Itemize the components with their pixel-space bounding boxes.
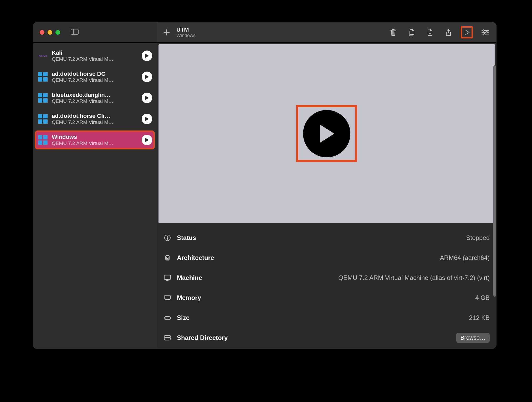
run-button[interactable] [461,26,473,38]
body: KaliOS Kali QEMU 7.2 ARM Virtual M… ad.d… [33,43,497,349]
play-icon[interactable] [142,72,152,82]
vm-name: ad.dotdot.horse DC [52,71,138,77]
svg-rect-8 [43,77,48,82]
preview-play-button[interactable] [303,110,350,157]
sidebar-item-windows[interactable]: Windows QEMU 7.2 ARM Virtual M… [35,130,155,149]
svg-rect-13 [38,114,42,118]
windows-icon [38,93,48,103]
vm-name: ad.dotdot.horse Cli… [52,113,138,119]
svg-rect-18 [43,135,48,139]
svg-rect-6 [43,72,48,76]
toggle-sidebar-button[interactable] [71,29,79,36]
play-icon[interactable] [142,135,152,145]
detail-label: Shared Directory [177,334,228,341]
clone-button[interactable] [406,26,418,38]
svg-rect-27 [164,316,171,320]
app-window: UTM Windows [33,22,497,349]
vm-name: bluetuxedo.danglin… [52,92,138,98]
detail-value: Stopped [466,234,490,242]
windows-icon [38,114,48,124]
svg-point-2 [483,30,484,31]
svg-rect-9 [38,93,42,97]
detail-row-size: Size 212 KB [164,308,490,328]
vm-sub: QEMU 7.2 ARM Virtual M… [52,77,138,83]
titlebar: UTM Windows [33,22,497,43]
svg-point-22 [167,236,168,237]
sidebar-item-bluetuxedo[interactable]: bluetuxedo.danglin… QEMU 7.2 ARM Virtual… [35,88,155,107]
close-window-button[interactable] [40,30,44,35]
svg-rect-12 [43,98,48,103]
titlebar-main: UTM Windows [157,22,497,42]
move-button[interactable] [424,26,436,38]
vm-name: Kali [52,49,138,56]
detail-label: Status [177,234,196,242]
svg-rect-16 [43,119,48,124]
svg-point-28 [166,318,166,319]
zoom-window-button[interactable] [55,30,60,35]
svg-point-4 [484,33,485,35]
drive-icon [164,315,171,320]
detail-row-memory: Memory 4 GB [164,288,490,308]
kali-icon: KaliOS [38,51,48,61]
sidebar: KaliOS Kali QEMU 7.2 ARM Virtual M… ad.d… [33,43,157,349]
play-icon[interactable] [142,93,152,103]
display-icon [164,275,171,281]
detail-value: 4 GB [475,294,490,302]
main-pane: Status Stopped Architecture ARM64 (aarch… [157,43,497,349]
svg-rect-11 [38,98,42,103]
title-block: UTM Windows [176,26,196,38]
vm-sub: QEMU 7.2 ARM Virtual M… [52,98,138,104]
svg-rect-0 [71,29,78,34]
new-vm-button[interactable] [161,26,173,38]
svg-rect-14 [43,114,48,118]
browse-button[interactable]: Browse… [456,333,490,343]
scrollbar[interactable] [493,65,496,297]
detail-value: QEMU 7.2 ARM Virtual Machine (alias of v… [338,274,490,282]
svg-rect-26 [164,296,171,299]
titlebar-left [33,22,157,42]
share-button[interactable] [442,26,454,38]
sidebar-item-kali[interactable]: KaliOS Kali QEMU 7.2 ARM Virtual M… [35,46,155,65]
sidebar-item-ad-dc[interactable]: ad.dotdot.horse DC QEMU 7.2 ARM Virtual … [35,67,155,86]
svg-rect-10 [43,93,48,97]
minimize-window-button[interactable] [48,30,52,35]
detail-row-machine: Machine QEMU 7.2 ARM Virtual Machine (al… [164,268,490,288]
folder-icon [164,335,171,341]
delete-button[interactable] [387,26,399,38]
svg-point-3 [486,32,488,33]
detail-value: 212 KB [469,314,490,321]
detail-row-architecture: Architecture ARM64 (aarch64) [164,248,490,268]
sidebar-item-ad-client[interactable]: ad.dotdot.horse Cli… QEMU 7.2 ARM Virtua… [35,109,155,128]
toolbar-actions [387,26,494,38]
vm-name: Windows [52,134,138,140]
play-icon[interactable] [142,51,152,61]
vm-preview [158,44,495,223]
detail-label: Size [177,314,190,321]
app-subtitle: Windows [176,33,196,38]
svg-rect-24 [167,257,168,259]
detail-label: Memory [177,294,201,302]
detail-label: Machine [177,274,202,282]
svg-rect-5 [38,72,42,76]
svg-rect-7 [38,77,42,82]
vm-details: Status Stopped Architecture ARM64 (aarch… [157,223,497,349]
svg-rect-20 [43,140,48,145]
svg-rect-23 [166,256,169,260]
detail-value: ARM64 (aarch64) [440,254,490,262]
detail-label: Architecture [177,254,214,262]
play-icon[interactable] [142,114,152,124]
info-icon [164,234,171,241]
settings-button[interactable] [479,26,491,38]
svg-rect-25 [164,275,171,279]
vm-sub: QEMU 7.2 ARM Virtual M… [52,119,138,125]
svg-rect-19 [38,140,42,145]
windows-icon [38,135,48,145]
svg-rect-17 [38,135,42,139]
window-controls [40,30,60,35]
detail-row-shared-directory: Shared Directory Browse… [164,328,490,348]
detail-row-status: Status Stopped [164,228,490,248]
vm-sub: QEMU 7.2 ARM Virtual M… [52,140,138,146]
memory-icon [164,295,171,300]
windows-icon [38,72,48,82]
svg-rect-15 [38,119,42,124]
